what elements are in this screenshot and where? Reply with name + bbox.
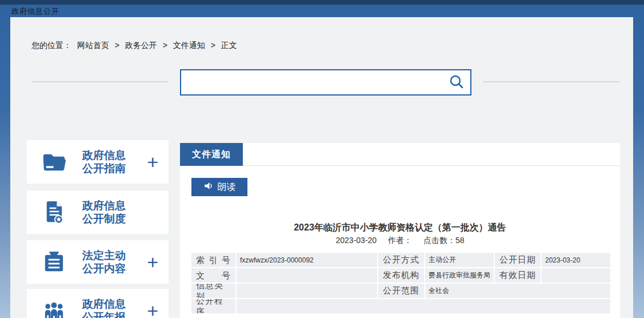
page: 政府信息公开 您的位置： 网站首页 > 政务公开 > 文件通知 > 正文 (0, 0, 644, 318)
meta-index-label: 索 引 号 (191, 253, 235, 267)
sidebar-item-fading-zhudong[interactable]: 法定主动 公开内容 + (27, 240, 169, 284)
breadcrumb-separator: > (163, 41, 167, 50)
meta-method-value: 主动公开 (425, 253, 494, 267)
expand-plus-icon[interactable]: + (147, 152, 158, 172)
search-input[interactable] (181, 70, 443, 94)
breadcrumb-zhengwu[interactable]: 政务公开 (125, 41, 157, 50)
document-star-icon (41, 199, 67, 226)
meta-index-value: fxzwfwzx/2023-0000092 (237, 253, 377, 267)
breadcrumb-separator: > (211, 41, 215, 50)
sidebar-item-label: 政府信息 公开指南 (82, 149, 126, 175)
sidebar-item-gongkai-nianbao[interactable]: 政府信息 公开年报 + (27, 289, 169, 318)
metadata-table: 索 引 号 fxzwfwzx/2023-0000092 公开方式 主动公开 公开… (191, 253, 605, 313)
article-title: 2023年临沂市中小学教师资格认定（第一批次）通告 (180, 222, 620, 234)
divider-line-right (483, 81, 620, 82)
search-box (180, 69, 471, 96)
divider-line-left (31, 81, 169, 82)
meta-doc-no-value (237, 268, 377, 283)
article-meta: 2023-03-20 作者： 点击数：58 (180, 236, 620, 246)
meta-open-date-label: 公开日期 (495, 253, 541, 267)
article-hits: 点击数：58 (423, 236, 465, 245)
meta-procedure-value (237, 299, 610, 313)
main-panel: 文件通知 朗读 2023年临沂市中小学教师资格认定（第一批次）通告 2023-0… (180, 143, 620, 318)
read-aloud-label: 朗读 (218, 181, 236, 193)
meta-method-label: 公开方式 (378, 253, 424, 267)
folder-icon (41, 149, 67, 176)
breadcrumb-wenjian[interactable]: 文件通知 (173, 41, 205, 50)
breadcrumb-prefix: 您的位置： (31, 41, 71, 50)
read-aloud-button[interactable]: 朗读 (191, 178, 247, 196)
sidebar-item-label: 政府信息 公开制度 (82, 199, 126, 225)
meta-agency-label: 发布机构 (378, 268, 424, 283)
meta-category-value (237, 284, 377, 298)
meta-agency-value: 费县行政审批服务局 (425, 268, 494, 283)
people-icon (41, 297, 67, 318)
breadcrumb-current: 正文 (221, 41, 237, 50)
breadcrumb-separator: > (115, 41, 119, 50)
tab-bar: 文件通知 (180, 143, 620, 166)
breadcrumb-home[interactable]: 网站首页 (77, 41, 109, 50)
expand-plus-icon[interactable]: + (147, 252, 158, 272)
meta-valid-date-value (542, 268, 610, 283)
speaker-icon (203, 181, 214, 193)
top-strip (0, 0, 644, 5)
breadcrumb: 您的位置： 网站首页 > 政务公开 > 文件通知 > 正文 (31, 41, 241, 51)
sidebar-item-gongkai-zhidu[interactable]: 政府信息 公开制度 (27, 190, 169, 234)
sidebar-item-gongkai-zhinan[interactable]: 政府信息 公开指南 + (27, 140, 169, 184)
meta-category-label: 信息类别 (191, 284, 235, 298)
meta-valid-date-label: 有效日期 (495, 268, 541, 283)
notice-board-icon (41, 249, 67, 276)
site-title: 政府信息公开 (11, 6, 59, 17)
meta-scope-label: 公开范围 (378, 284, 424, 298)
meta-procedure-label: 公开程序 (191, 299, 235, 313)
search-icon (449, 74, 465, 92)
search-button[interactable] (443, 70, 470, 94)
meta-scope-value: 全社会 (425, 284, 610, 298)
sidebar-item-label: 政府信息 公开年报 (82, 297, 126, 318)
article-date: 2023-03-20 (336, 236, 377, 245)
tab-wenjian-tongzhi[interactable]: 文件通知 (180, 143, 243, 166)
expand-plus-icon[interactable]: + (147, 301, 158, 318)
sidebar-item-label: 法定主动 公开内容 (82, 249, 126, 275)
article-author: 作者： (388, 236, 412, 245)
meta-doc-no-label: 文 号 (191, 268, 235, 283)
meta-open-date-value: 2023-03-20 (542, 253, 610, 267)
